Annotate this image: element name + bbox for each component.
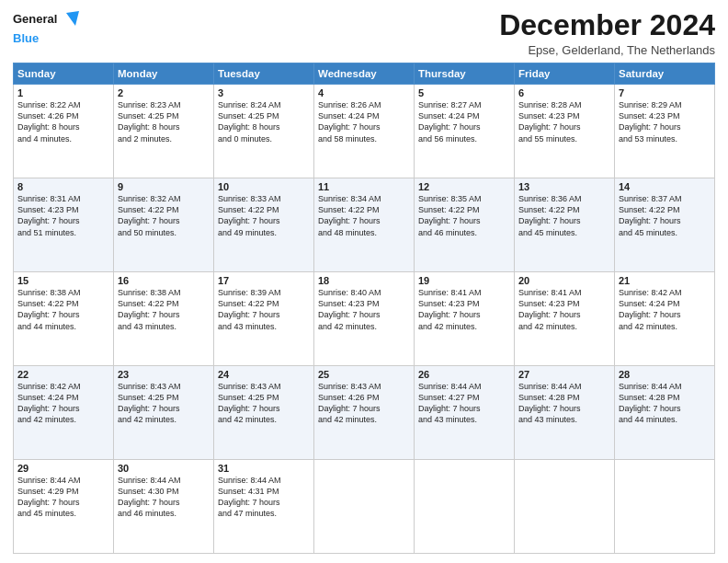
logo: General Blue: [13, 9, 79, 46]
day-number: 8: [17, 181, 109, 192]
day-number: 20: [518, 275, 610, 286]
day-number: 28: [619, 369, 711, 380]
day-number: 4: [318, 87, 410, 98]
day-number: 13: [518, 181, 610, 192]
day-number: 9: [118, 181, 210, 192]
day-number: 29: [17, 463, 109, 474]
title-block: December 2024 Epse, Gelderland, The Neth…: [499, 9, 715, 57]
calendar-cell: 11Sunrise: 8:34 AM Sunset: 4:22 PM Dayli…: [314, 178, 415, 272]
day-info: Sunrise: 8:37 AM Sunset: 4:22 PM Dayligh…: [619, 193, 711, 238]
calendar-cell: 28Sunrise: 8:44 AM Sunset: 4:28 PM Dayli…: [615, 366, 715, 460]
day-info: Sunrise: 8:43 AM Sunset: 4:25 PM Dayligh…: [118, 381, 210, 426]
calendar-cell: 10Sunrise: 8:33 AM Sunset: 4:22 PM Dayli…: [214, 178, 314, 272]
day-number: 27: [518, 369, 610, 380]
col-saturday: Saturday: [615, 63, 715, 85]
day-info: Sunrise: 8:24 AM Sunset: 4:25 PM Dayligh…: [218, 99, 310, 144]
calendar-cell: 1Sunrise: 8:22 AM Sunset: 4:26 PM Daylig…: [14, 85, 114, 178]
day-number: 5: [418, 87, 510, 98]
day-number: 16: [118, 275, 210, 286]
calendar-cell: 13Sunrise: 8:36 AM Sunset: 4:22 PM Dayli…: [515, 178, 615, 272]
calendar-cell: [615, 460, 715, 554]
day-info: Sunrise: 8:29 AM Sunset: 4:23 PM Dayligh…: [619, 99, 711, 144]
calendar-cell: 20Sunrise: 8:41 AM Sunset: 4:23 PM Dayli…: [515, 272, 615, 366]
day-number: 3: [218, 87, 310, 98]
day-info: Sunrise: 8:38 AM Sunset: 4:22 PM Dayligh…: [118, 287, 210, 332]
day-info: Sunrise: 8:39 AM Sunset: 4:22 PM Dayligh…: [218, 287, 310, 332]
day-number: 24: [218, 369, 310, 380]
day-number: 21: [619, 275, 711, 286]
day-info: Sunrise: 8:44 AM Sunset: 4:31 PM Dayligh…: [218, 475, 310, 520]
subtitle: Epse, Gelderland, The Netherlands: [499, 43, 715, 57]
day-number: 2: [118, 87, 210, 98]
day-number: 18: [318, 275, 410, 286]
col-sunday: Sunday: [14, 63, 114, 85]
calendar-cell: 17Sunrise: 8:39 AM Sunset: 4:22 PM Dayli…: [214, 272, 314, 366]
page: General Blue December 2024 Epse, Gelderl…: [0, 0, 728, 563]
calendar-cell: 29Sunrise: 8:44 AM Sunset: 4:29 PM Dayli…: [14, 460, 114, 554]
calendar-header-row: Sunday Monday Tuesday Wednesday Thursday…: [14, 63, 715, 85]
day-info: Sunrise: 8:27 AM Sunset: 4:24 PM Dayligh…: [418, 99, 510, 144]
day-info: Sunrise: 8:22 AM Sunset: 4:26 PM Dayligh…: [17, 99, 109, 144]
calendar-cell: 25Sunrise: 8:43 AM Sunset: 4:26 PM Dayli…: [314, 366, 415, 460]
calendar-cell: [314, 460, 415, 554]
calendar-cell: 30Sunrise: 8:44 AM Sunset: 4:30 PM Dayli…: [114, 460, 214, 554]
day-number: 14: [619, 181, 711, 192]
calendar-cell: 4Sunrise: 8:26 AM Sunset: 4:24 PM Daylig…: [314, 85, 415, 178]
day-info: Sunrise: 8:34 AM Sunset: 4:22 PM Dayligh…: [318, 193, 410, 238]
calendar-cell: 31Sunrise: 8:44 AM Sunset: 4:31 PM Dayli…: [214, 460, 314, 554]
day-info: Sunrise: 8:44 AM Sunset: 4:27 PM Dayligh…: [418, 381, 510, 426]
calendar-cell: 16Sunrise: 8:38 AM Sunset: 4:22 PM Dayli…: [114, 272, 214, 366]
col-thursday: Thursday: [415, 63, 515, 85]
calendar-table: Sunday Monday Tuesday Wednesday Thursday…: [13, 63, 715, 554]
day-info: Sunrise: 8:36 AM Sunset: 4:22 PM Dayligh…: [518, 193, 610, 238]
calendar-cell: 24Sunrise: 8:43 AM Sunset: 4:25 PM Dayli…: [214, 366, 314, 460]
day-info: Sunrise: 8:42 AM Sunset: 4:24 PM Dayligh…: [17, 381, 109, 426]
calendar-cell: [515, 460, 615, 554]
day-info: Sunrise: 8:35 AM Sunset: 4:22 PM Dayligh…: [418, 193, 510, 238]
calendar-cell: 9Sunrise: 8:32 AM Sunset: 4:22 PM Daylig…: [114, 178, 214, 272]
day-number: 7: [619, 87, 711, 98]
col-friday: Friday: [515, 63, 615, 85]
header: General Blue December 2024 Epse, Gelderl…: [13, 9, 715, 57]
calendar-cell: 19Sunrise: 8:41 AM Sunset: 4:23 PM Dayli…: [415, 272, 515, 366]
calendar-week-row: 22Sunrise: 8:42 AM Sunset: 4:24 PM Dayli…: [14, 366, 715, 460]
day-number: 23: [118, 369, 210, 380]
day-info: Sunrise: 8:28 AM Sunset: 4:23 PM Dayligh…: [518, 99, 610, 144]
calendar-cell: 22Sunrise: 8:42 AM Sunset: 4:24 PM Dayli…: [14, 366, 114, 460]
calendar-cell: 15Sunrise: 8:38 AM Sunset: 4:22 PM Dayli…: [14, 272, 114, 366]
day-info: Sunrise: 8:23 AM Sunset: 4:25 PM Dayligh…: [118, 99, 210, 144]
calendar-cell: 3Sunrise: 8:24 AM Sunset: 4:25 PM Daylig…: [214, 85, 314, 178]
calendar-cell: 14Sunrise: 8:37 AM Sunset: 4:22 PM Dayli…: [615, 178, 715, 272]
day-number: 17: [218, 275, 310, 286]
day-info: Sunrise: 8:44 AM Sunset: 4:28 PM Dayligh…: [619, 381, 711, 426]
day-info: Sunrise: 8:44 AM Sunset: 4:28 PM Dayligh…: [518, 381, 610, 426]
day-number: 30: [118, 463, 210, 474]
day-info: Sunrise: 8:44 AM Sunset: 4:29 PM Dayligh…: [17, 475, 109, 520]
calendar-cell: 7Sunrise: 8:29 AM Sunset: 4:23 PM Daylig…: [615, 85, 715, 178]
day-number: 10: [218, 181, 310, 192]
calendar-cell: 23Sunrise: 8:43 AM Sunset: 4:25 PM Dayli…: [114, 366, 214, 460]
day-info: Sunrise: 8:32 AM Sunset: 4:22 PM Dayligh…: [118, 193, 210, 238]
logo-text-blue: Blue: [13, 31, 39, 45]
calendar-week-row: 1Sunrise: 8:22 AM Sunset: 4:26 PM Daylig…: [14, 85, 715, 178]
day-info: Sunrise: 8:41 AM Sunset: 4:23 PM Dayligh…: [418, 287, 510, 332]
calendar-cell: 8Sunrise: 8:31 AM Sunset: 4:23 PM Daylig…: [14, 178, 114, 272]
day-info: Sunrise: 8:26 AM Sunset: 4:24 PM Dayligh…: [318, 99, 410, 144]
day-info: Sunrise: 8:43 AM Sunset: 4:25 PM Dayligh…: [218, 381, 310, 426]
day-number: 22: [17, 369, 109, 380]
day-number: 12: [418, 181, 510, 192]
day-number: 1: [17, 87, 109, 98]
calendar-cell: 27Sunrise: 8:44 AM Sunset: 4:28 PM Dayli…: [515, 366, 615, 460]
day-info: Sunrise: 8:42 AM Sunset: 4:24 PM Dayligh…: [619, 287, 711, 332]
day-info: Sunrise: 8:41 AM Sunset: 4:23 PM Dayligh…: [518, 287, 610, 332]
calendar-cell: 2Sunrise: 8:23 AM Sunset: 4:25 PM Daylig…: [114, 85, 214, 178]
logo-text: General: [13, 12, 57, 27]
calendar-cell: 5Sunrise: 8:27 AM Sunset: 4:24 PM Daylig…: [415, 85, 515, 178]
day-info: Sunrise: 8:43 AM Sunset: 4:26 PM Dayligh…: [318, 381, 410, 426]
calendar-week-row: 29Sunrise: 8:44 AM Sunset: 4:29 PM Dayli…: [14, 460, 715, 554]
day-info: Sunrise: 8:38 AM Sunset: 4:22 PM Dayligh…: [17, 287, 109, 332]
main-title: December 2024: [499, 9, 715, 41]
svg-marker-0: [66, 11, 79, 26]
day-number: 19: [418, 275, 510, 286]
calendar-cell: [415, 460, 515, 554]
